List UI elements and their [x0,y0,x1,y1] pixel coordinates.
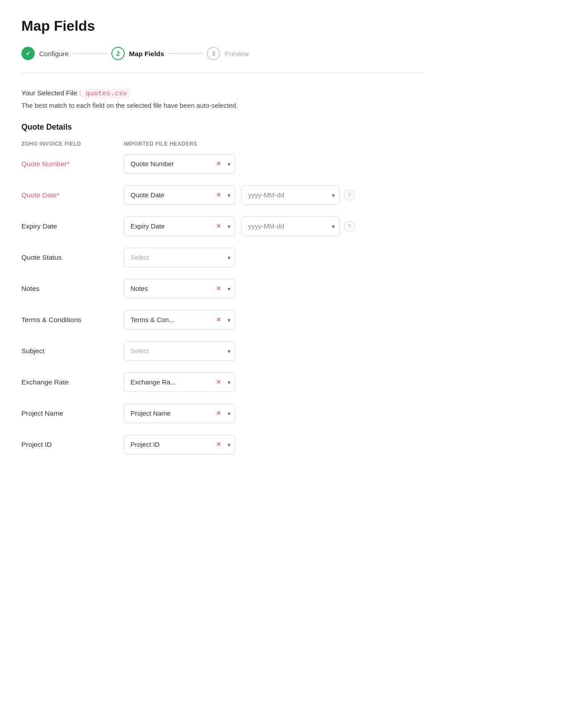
select-container-quote-status[interactable]: Select ▾ [124,248,235,267]
step-connector-1 [72,53,108,54]
clear-quote-number[interactable]: ✕ [216,161,221,167]
row-project-name: Project Name ✕ ▾ [21,403,424,424]
row-terms-conditions: Terms & Conditions ✕ ▾ [21,309,424,331]
row-subject: Subject Select ▾ [21,340,424,362]
step-map-fields: 2 Map Fields [111,47,164,60]
step-configure-label: Configure [39,50,69,57]
row-quote-date: Quote Date* ✕ ▾ yyyy-MM-dd MM/dd/yyyy dd… [21,184,424,206]
row-notes: Notes ✕ ▾ [21,278,424,299]
select-container-project-name[interactable]: ✕ ▾ [124,404,235,423]
section-title: Quote Details [21,123,424,132]
label-quote-status: Quote Status [21,253,124,261]
page-title: Map Fields [21,18,424,34]
label-exchange-rate: Exchange Rate [21,378,124,386]
row-quote-status: Quote Status Select ▾ [21,247,424,268]
select-container-terms-conditions[interactable]: ✕ ▾ [124,310,235,330]
step-configure: ✓ Configure [21,47,69,60]
select-container-exchange-rate[interactable]: ✕ ▾ [124,372,235,392]
label-project-id: Project ID [21,441,124,449]
date-format-expiry-date[interactable]: yyyy-MM-dd MM/dd/yyyy dd/MM/yyyy [241,217,339,236]
field-rows: Quote Number* ✕ ▾ Quote Date* ✕ ▾ yyyy-M… [21,153,424,455]
filename: quotes.csv [83,89,130,98]
clear-terms-conditions[interactable]: ✕ [216,317,221,323]
stepper: ✓ Configure 2 Map Fields 3 Preview [21,47,424,73]
column-headers: ZOHO INVOICE FIELD IMPORTED FILE HEADERS [21,141,424,147]
label-terms-conditions: Terms & Conditions [21,316,124,324]
label-quote-date: Quote Date* [21,191,124,199]
select-container-expiry-date[interactable]: ✕ ▾ [124,217,235,236]
col-header-field: ZOHO INVOICE FIELD [21,141,124,147]
col-header-imported: IMPORTED FILE HEADERS [124,141,253,147]
date-format-container-expiry-date[interactable]: yyyy-MM-dd MM/dd/yyyy dd/MM/yyyy ▾ [235,217,339,236]
row-expiry-date: Expiry Date ✕ ▾ yyyy-MM-dd MM/dd/yyyy dd… [21,216,424,237]
select-subject[interactable]: Select [124,341,235,361]
date-format-container-quote-date[interactable]: yyyy-MM-dd MM/dd/yyyy dd/MM/yyyy ▾ [235,185,339,205]
row-exchange-rate: Exchange Rate ✕ ▾ [21,372,424,393]
select-container-subject[interactable]: Select ▾ [124,341,235,361]
clear-project-name[interactable]: ✕ [216,411,221,417]
step-preview-circle: 3 [207,47,220,60]
clear-notes[interactable]: ✕ [216,286,221,292]
date-format-quote-date[interactable]: yyyy-MM-dd MM/dd/yyyy dd/MM/yyyy [241,185,339,205]
file-info: Your Selected File : quotes.csv [21,89,424,98]
label-notes: Notes [21,285,124,293]
label-project-name: Project Name [21,409,124,417]
help-icon-expiry-date[interactable]: ? [344,221,355,232]
select-container-project-id[interactable]: ✕ ▾ [124,435,235,454]
row-quote-number: Quote Number* ✕ ▾ [21,153,424,175]
step-connector-2 [167,53,203,54]
clear-project-id[interactable]: ✕ [216,442,221,448]
step-preview: 3 Preview [207,47,249,60]
label-quote-number: Quote Number* [21,160,124,168]
file-info-prefix: Your Selected File : [21,89,83,97]
clear-expiry-date[interactable]: ✕ [216,224,221,229]
clear-quote-date[interactable]: ✕ [216,192,221,198]
step-configure-circle: ✓ [21,47,35,60]
select-container-quote-date[interactable]: ✕ ▾ [124,185,235,205]
select-container-quote-number[interactable]: ✕ ▾ [124,154,235,174]
label-subject: Subject [21,347,124,355]
select-quote-status[interactable]: Select [124,248,235,267]
select-container-notes[interactable]: ✕ ▾ [124,279,235,298]
step-preview-label: Preview [225,50,249,57]
label-expiry-date: Expiry Date [21,222,124,230]
help-icon-quote-date[interactable]: ? [344,190,355,200]
step-map-fields-label: Map Fields [129,50,164,57]
row-project-id: Project ID ✕ ▾ [21,434,424,455]
step-map-fields-circle: 2 [111,47,125,60]
clear-exchange-rate[interactable]: ✕ [216,380,221,385]
auto-select-note: The best match to each field on the sele… [21,102,424,109]
